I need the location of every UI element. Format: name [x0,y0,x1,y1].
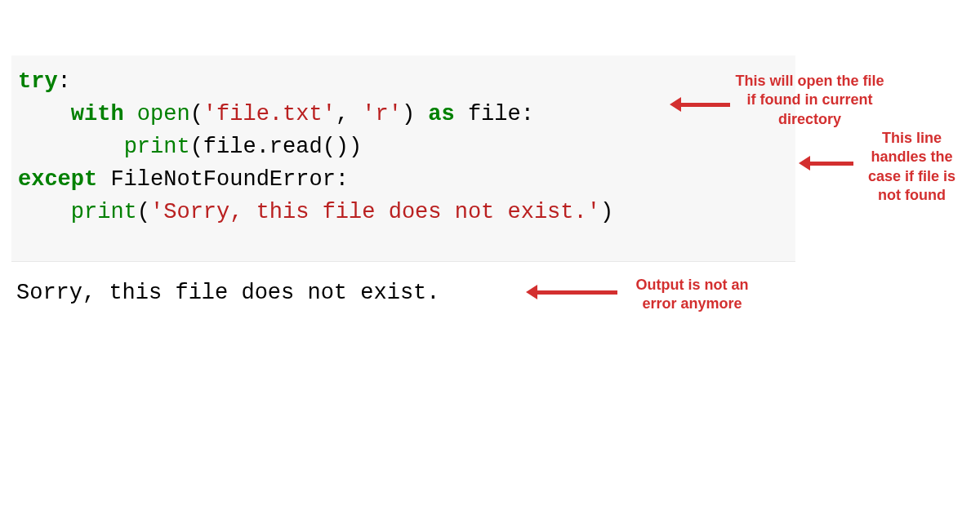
output-text: Sorry, this file does not exist. [16,281,439,305]
arrow-icon [536,290,617,295]
open-function: open [137,102,190,126]
code-line-5: print('Sorry, this file does not exist.'… [18,196,789,228]
annotation-output: Output is not an error anymore [621,276,764,314]
code-line-3: print(file.read()) [18,131,789,163]
colon: : [58,69,71,94]
as-keyword: as [428,102,454,126]
except-keyword: except [18,167,97,192]
arrow-icon [808,162,853,166]
annotation-except-line: This line handles the case if file is no… [858,129,966,206]
try-keyword: try [18,69,58,94]
string-literal: 'Sorry, this file does not exist.' [150,200,600,224]
with-keyword: with [71,102,124,126]
code-line-1: try: [18,65,789,98]
arrow-icon [679,103,730,107]
string-literal: 'file.txt' [203,102,336,126]
print-function: print [71,200,137,224]
print-function: print [124,135,190,159]
string-literal: 'r' [362,102,402,126]
annotation-open-file: This will open the file if found in curr… [730,72,889,129]
code-block: try: with open('file.txt', 'r') as file:… [11,55,795,262]
code-line-4: except FileNotFoundError: [18,163,789,196]
